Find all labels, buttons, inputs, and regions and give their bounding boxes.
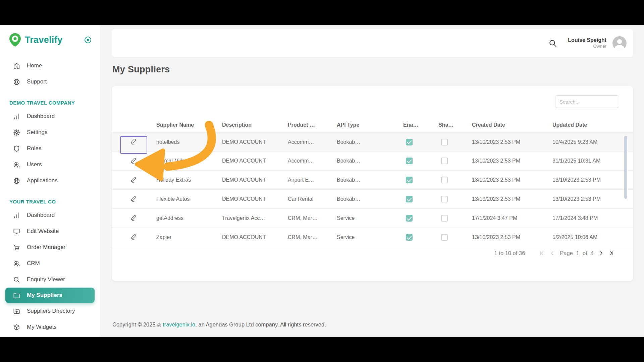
table-row: ZapierDEMO ACCOUNTCRM, Mar…Service13/10/… [112, 228, 633, 247]
supplier-name-cell: hotelbeds [156, 139, 222, 145]
my-suppliers-icon [13, 292, 20, 299]
sidebar-item-users[interactable]: Users [0, 157, 100, 173]
user-role: Owner [568, 44, 606, 49]
page-title: My Suppliers [112, 64, 170, 75]
search-icon[interactable] [548, 39, 557, 48]
enabled-checkbox[interactable] [406, 158, 413, 164]
created-date-cell: 13/10/2023 2:53 PM [472, 158, 552, 164]
product-cell: Accomm… [288, 158, 337, 164]
enabled-checkbox[interactable] [406, 234, 413, 241]
api-type-cell: Service [337, 234, 403, 240]
updated-date-cell: 13/10/2023 2:53 PM [552, 177, 633, 183]
shared-checkbox[interactable] [441, 196, 448, 202]
sidebar-item-label: Roles [27, 145, 41, 152]
shared-checkbox[interactable] [441, 177, 448, 183]
supplier-name-cell: Solmar Villas [156, 158, 222, 164]
api-type-cell: Bookab… [337, 177, 403, 183]
sidebar-item-home[interactable]: Home [0, 58, 100, 74]
sidebar-item-label: Dashboard [27, 212, 55, 219]
home-icon [13, 62, 20, 70]
supplier-name-cell: Flexible Autos [156, 196, 222, 202]
total-pages: 4 [591, 250, 594, 256]
next-page-button[interactable] [598, 250, 604, 256]
edit-supplier-button[interactable] [129, 232, 139, 242]
last-page-button[interactable] [609, 250, 614, 256]
shared-checkbox[interactable] [441, 158, 448, 164]
sidebar-item-roles[interactable]: Roles [0, 140, 100, 157]
description-cell: DEMO ACCOUNT [222, 177, 288, 183]
supplier-name-cell: Holiday Extras [156, 177, 222, 183]
table-row: Flexible AutosDEMO ACCOUNTCar RentalBook… [112, 190, 633, 209]
sidebar-item-order-manager[interactable]: Order Manager [0, 239, 100, 255]
supplier-name-cell: Zapier [156, 234, 222, 240]
dashboard-icon [13, 113, 20, 120]
column-header[interactable]: Supplier Name [156, 122, 222, 128]
column-header[interactable]: Updated Date [552, 122, 633, 128]
sidebar-item-dashboard[interactable]: Dashboard [0, 207, 100, 223]
sidebar-item-label: Suppliers Directory [27, 308, 75, 314]
table-body: hotelbedsDEMO ACCOUNTAccomm…Bookab…13/10… [112, 132, 633, 247]
created-date-cell: 13/10/2023 2:53 PM [472, 177, 552, 183]
applications-icon [13, 177, 20, 185]
enabled-checkbox[interactable] [406, 215, 413, 222]
sidebar-item-crm[interactable]: CRM [0, 255, 100, 272]
roles-icon [13, 145, 20, 153]
sidebar: Travelify HomeSupportDEMO TRAVEL COMPANY… [0, 25, 100, 337]
table-search-input[interactable] [555, 95, 619, 108]
edit-supplier-button[interactable] [129, 194, 139, 204]
shared-checkbox[interactable] [441, 215, 448, 222]
support-icon [13, 78, 20, 86]
sidebar-item-applications[interactable]: Applications [0, 173, 100, 189]
column-header[interactable]: Product … [288, 122, 337, 128]
sidebar-item-dashboard[interactable]: Dashboard [0, 108, 100, 124]
sidebar-item-enquiry-viewer[interactable]: Enquiry Viewer [0, 272, 100, 288]
column-header[interactable]: Description [222, 122, 288, 128]
edit-supplier-button[interactable] [129, 175, 139, 185]
footer-copyright: Copyright © 2025 [112, 321, 156, 327]
sidebar-item-my-suppliers[interactable]: My Suppliers [5, 288, 95, 303]
edit-supplier-button[interactable] [129, 137, 139, 147]
enabled-checkbox[interactable] [406, 177, 413, 183]
travelgenix-mark-icon: ◎ [157, 322, 161, 327]
travelgenix-link[interactable]: travelgenix.io [163, 321, 195, 327]
user-info: Louise Speight Owner [568, 37, 606, 49]
sidebar-nav: HomeSupportDEMO TRAVEL COMPANYDashboardS… [0, 58, 100, 335]
suppliers-card: Supplier NameDescriptionProduct …API Typ… [112, 86, 633, 281]
pagination-summary: 1 to 10 of 36 [494, 250, 525, 256]
edit-website-icon [13, 228, 20, 235]
first-page-button[interactable] [539, 250, 545, 256]
order-manager-icon [13, 244, 20, 251]
avatar[interactable] [612, 36, 627, 50]
shared-checkbox[interactable] [441, 139, 448, 145]
shared-checkbox[interactable] [441, 234, 448, 241]
updated-date-cell: 31/1/2025 10:31 AM [552, 158, 633, 164]
product-cell: CRM, Mar… [288, 234, 337, 240]
edit-supplier-button[interactable] [129, 213, 139, 223]
sidebar-toggle-icon[interactable] [84, 36, 92, 44]
table-row: getAddressTravelgenix Acc…CRM, Mar…Servi… [112, 209, 633, 228]
column-header[interactable]: Sha… [438, 122, 472, 128]
description-cell: DEMO ACCOUNT [222, 139, 288, 145]
edit-pencil-icon [130, 157, 138, 165]
table-scrollbar[interactable] [624, 136, 627, 199]
sidebar-item-settings[interactable]: Settings [0, 124, 100, 140]
column-header[interactable]: API Type [337, 122, 403, 128]
settings-icon [13, 129, 20, 136]
product-cell: Car Rental [288, 196, 337, 202]
sidebar-section-label: DEMO TRAVEL COMPANY [9, 100, 100, 106]
column-header[interactable]: Ena… [403, 122, 438, 128]
prev-page-button[interactable] [549, 250, 555, 256]
sidebar-item-my-widgets[interactable]: My Widgets [0, 319, 100, 335]
description-cell: DEMO ACCOUNT [222, 234, 288, 240]
table-row: Holiday ExtrasDEMO ACCOUNTAirport E…Book… [112, 171, 633, 190]
edit-pencil-icon [130, 214, 138, 222]
travelify-pin-icon [9, 33, 21, 47]
sidebar-item-suppliers-directory[interactable]: Suppliers Directory [0, 303, 100, 319]
edit-supplier-button[interactable] [129, 156, 139, 166]
enabled-checkbox[interactable] [406, 196, 413, 202]
sidebar-item-support[interactable]: Support [0, 74, 100, 90]
sidebar-item-edit-website[interactable]: Edit Website [0, 223, 100, 239]
column-header[interactable]: Created Date [472, 122, 552, 128]
enabled-checkbox[interactable] [406, 139, 413, 145]
footer: Copyright © 2025 ◎ travelgenix.io, an Ag… [112, 321, 326, 328]
